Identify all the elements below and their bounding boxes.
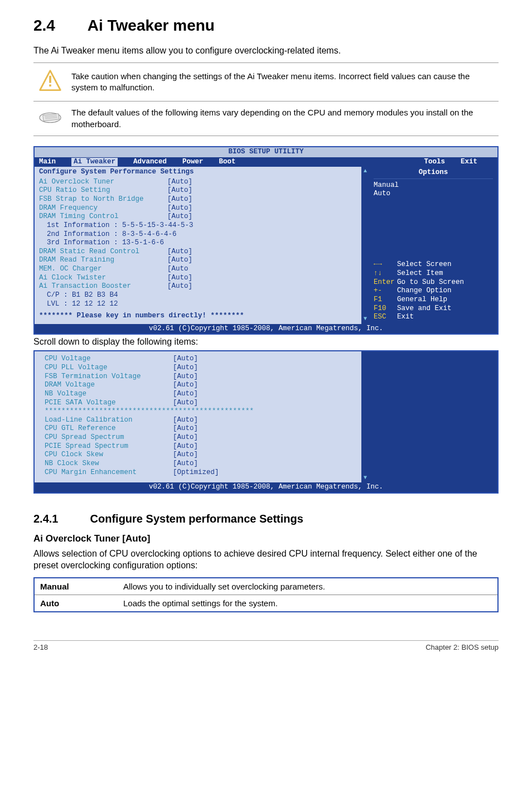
bios-row: Ai Overclock Tuner[Auto]: [39, 178, 357, 187]
option-key: Manual: [34, 578, 118, 595]
option-text: Loads the optimal settings for the syste…: [118, 595, 498, 612]
bios-row: CPU Voltage[Auto]: [45, 355, 357, 364]
option-key: Auto: [34, 595, 118, 612]
bios-subline: LVL : 12 12 12 12: [39, 300, 357, 309]
page-footer: 2-18 Chapter 2: BIOS setup: [33, 640, 499, 651]
notes-table: Take caution when changing the settings …: [33, 62, 499, 136]
bios-separator: ****************************************…: [45, 407, 357, 416]
subsection-number: 2.4.1: [33, 513, 87, 525]
hint-row: ↑↓Select Item: [374, 269, 493, 278]
menu-power: Power: [182, 158, 204, 167]
bios-row: CPU PLL Voltage[Auto]: [45, 364, 357, 373]
bios-row: Ai Transaction Booster[Auto]: [39, 282, 357, 291]
hint-row: ←→Select Screen: [374, 260, 493, 269]
bios-row: CPU Margin Enhancement[Optimized]: [45, 468, 357, 477]
menu-exit: Exit: [461, 158, 477, 167]
bios-info-line: 2nd Information : 8-3-5-4-6-4-6: [39, 230, 357, 239]
svg-rect-1: [49, 76, 51, 83]
menu-ai-tweaker: Ai Tweaker: [71, 158, 118, 167]
options-table: Manual Allows you to individually set ov…: [33, 577, 499, 612]
subsection-heading: 2.4.1 Configure System performance Setti…: [33, 513, 499, 525]
scroll-caption: Scroll down to display the following ite…: [33, 337, 499, 347]
scroll-down-icon: ▼: [364, 475, 367, 482]
bios-row: Ai Clock Twister[Auto]: [39, 274, 357, 283]
table-row: Auto Loads the optimal settings for the …: [34, 595, 498, 612]
bios-row: CPU GTL Reference[Auto]: [45, 424, 357, 433]
section-number: 2.4: [33, 17, 84, 35]
hint-row: F10Save and Exit: [374, 305, 493, 313]
bios-row: CPU Clock Skew[Auto]: [45, 451, 357, 460]
item-heading: Ai Overclock Tuner [Auto]: [33, 533, 499, 544]
subsection-title: Configure System performance Settings: [90, 513, 303, 525]
hint-row: F1General Help: [374, 296, 493, 305]
caution-text: Take caution when changing the settings …: [67, 63, 499, 102]
bios2-right-pane: [369, 351, 497, 482]
bios2-footer: v02.61 (C)Copyright 1985-2008, American …: [35, 482, 497, 492]
warning-icon: [38, 69, 62, 93]
bios-row: FSB Strap to North Bridge[Auto]: [39, 195, 357, 204]
options-title: Options: [374, 168, 493, 179]
option-manual: Manual: [374, 181, 493, 190]
caution-row: Take caution when changing the settings …: [33, 63, 499, 102]
option-text: Allows you to individually set overclock…: [118, 578, 498, 595]
option-auto: Auto: [374, 190, 493, 199]
scroll-down-icon: ▼: [364, 316, 367, 323]
bios-subline: C/P : B1 B2 B3 B4: [39, 291, 357, 300]
bios-hint-keys: ←→Select Screen ↑↓Select Item EnterGo to…: [374, 260, 493, 321]
bios2-scrollbar: ▼: [361, 351, 369, 482]
bios-footer: v02.61 (C)Copyright 1985-2008, American …: [35, 324, 497, 334]
bios-row: MEM. OC Charger[Auto: [39, 265, 357, 274]
bios-prompt: ******** Please key in numbers directly!…: [39, 312, 357, 321]
bios-menubar: Main Ai Tweaker Advanced Power Boot Tool…: [35, 157, 497, 167]
menu-boot: Boot: [219, 158, 236, 167]
bios-row: PCIE SATA Voltage[Auto]: [45, 399, 357, 408]
bios-row: PCIE Spread Spectrum[Auto]: [45, 442, 357, 451]
note-icon: [38, 109, 62, 126]
svg-rect-2: [49, 85, 51, 87]
section-title: Ai Tweaker menu: [88, 17, 215, 34]
bios-title: BIOS SETUP UTILITY: [35, 147, 497, 157]
bios-row: NB Clock Skew[Auto]: [45, 460, 357, 468]
bios-row: CPU Spread Spectrum[Auto]: [45, 433, 357, 442]
bios-info-line: 1st Information : 5-5-5-15-3-44-5-3: [39, 221, 357, 230]
menu-tools: Tools: [424, 158, 445, 167]
bios-section-header: Configure System Performance Settings: [39, 168, 357, 178]
arrows-ud-icon: ↑↓: [374, 269, 397, 278]
bios-row: DRAM Timing Control[Auto]: [39, 212, 357, 221]
hint-row: EnterGo to Sub Screen: [374, 278, 493, 287]
bios-row: DRAM Static Read Control[Auto]: [39, 248, 357, 257]
bios-row: DRAM Voltage[Auto]: [45, 381, 357, 390]
bios-info-line: 3rd Information : 13-5-1-6-6: [39, 239, 357, 248]
bios-right-pane: Options Manual Auto ←→Select Screen ↑↓Se…: [369, 167, 497, 324]
chapter-label: Chapter 2: BIOS setup: [425, 643, 499, 651]
page-number: 2-18: [33, 643, 48, 651]
bios-row: NB Voltage[Auto]: [45, 390, 357, 399]
bios-left-pane: Configure System Performance Settings Ai…: [35, 167, 361, 324]
menu-advanced: Advanced: [133, 158, 167, 167]
arrows-lr-icon: ←→: [374, 260, 397, 269]
bios-row: FSB Termination Voltage[Auto]: [45, 373, 357, 381]
scroll-up-icon: ▲: [364, 168, 367, 175]
bios-screenshot-1: BIOS SETUP UTILITY Main Ai Tweaker Advan…: [33, 146, 499, 335]
intro-paragraph: The Ai Tweaker menu items allow you to c…: [33, 45, 499, 57]
bios-scrollbar: ▲ ▼: [361, 167, 369, 324]
item-description: Allows selection of CPU overclocking opt…: [33, 548, 499, 572]
menu-main: Main: [39, 158, 56, 167]
page-heading: 2.4 Ai Tweaker menu: [33, 17, 499, 35]
table-row: Manual Allows you to individually set ov…: [34, 578, 498, 595]
bios-row: Load-Line Calibration[Auto]: [45, 416, 357, 425]
note-row: The default values of the following item…: [33, 102, 499, 136]
hint-row: ESCExit: [374, 313, 493, 322]
note-text: The default values of the following item…: [67, 102, 499, 136]
bios2-left-pane: CPU Voltage[Auto] CPU PLL Voltage[Auto] …: [35, 351, 361, 482]
bios-row: DRAM Read Training[Auto]: [39, 256, 357, 265]
bios-row: DRAM Frequency[Auto]: [39, 204, 357, 213]
bios-screenshot-2: CPU Voltage[Auto] CPU PLL Voltage[Auto] …: [33, 350, 499, 493]
bios-row: CPU Ratio Setting[Auto]: [39, 186, 357, 195]
hint-row: +-Change Option: [374, 287, 493, 296]
